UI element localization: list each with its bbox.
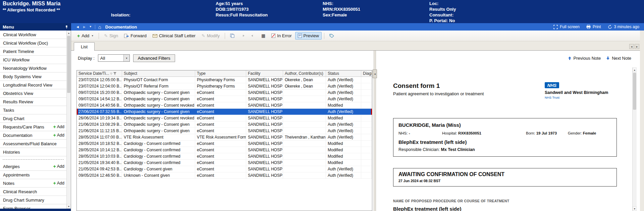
column-header-diagnosis[interactable]: Diagnosis — [361, 70, 372, 76]
add-button[interactable]: + Add ▼ — [74, 32, 96, 40]
next-note-button[interactable]: Next Note — [606, 56, 631, 61]
route-forward-button[interactable] — [238, 33, 248, 39]
document-row[interactable]: 27/06/2024 07:32:55 B... Orthopaedic sur… — [77, 109, 372, 115]
document-row[interactable]: 09/07/2024 14:54:12 B... Orthopaedic sur… — [77, 96, 372, 102]
sidebar-add-button[interactable]: +Add — [53, 181, 64, 186]
document-row[interactable]: 23/07/2024 12:04:00 B... Physio/OT Refer… — [77, 83, 372, 90]
previous-note-button[interactable]: Previous Note — [568, 56, 601, 61]
forward-button[interactable]: Forward — [121, 32, 149, 40]
sidebar-item-label: Appointments — [3, 172, 30, 177]
column-header-service-date[interactable]: Service Date/Ti... ▽ — [77, 70, 122, 76]
print-button[interactable]: Print — [586, 24, 601, 29]
document-row[interactable]: 28/05/2024 10:18:52 B... Cardiology - Co… — [77, 141, 372, 147]
filter-row: Display : All ▼ Advanced Filters — [71, 51, 374, 65]
scrollbar-thumb[interactable] — [67, 36, 70, 93]
pin-icon[interactable] — [65, 25, 68, 29]
document-row[interactable]: 28/05/2024 11:07:00 B... VTE Risk Assess… — [77, 134, 372, 141]
clinical-staff-letter-button[interactable]: Clinical Staff Letter — [150, 32, 198, 40]
tab-scroll-arrows: ◂ ▸ — [629, 44, 639, 49]
tab-scroll-right-icon[interactable]: ▸ — [635, 44, 639, 49]
document-row[interactable]: 23/07/2024 12:05:00 B... Physio/OT Conta… — [77, 77, 372, 83]
sidebar-item[interactable]: Results Review — [0, 98, 66, 106]
home-icon[interactable]: ⌂ — [98, 24, 101, 30]
column-header-facility[interactable]: Facility — [246, 70, 283, 76]
scroll-down-icon[interactable]: ▼ — [633, 206, 637, 211]
in-error-icon — [271, 34, 275, 38]
cell-diagnosis — [361, 121, 372, 127]
forward-icon[interactable]: ► — [83, 25, 86, 29]
modify-label: Modify — [207, 33, 220, 38]
sidebar-item[interactable]: ICU Workflow — [0, 56, 66, 64]
preview-button[interactable]: Preview — [295, 32, 322, 40]
cell-diagnosis — [361, 160, 372, 166]
document-row[interactable]: 21/05/2024 19:34:40 B... Cardiology - Co… — [77, 160, 372, 166]
preview-scrollbar[interactable]: ▲ ▼ — [632, 67, 637, 211]
recent-views-dropdown-icon[interactable]: ▼ — [89, 25, 92, 28]
tag-icon — [329, 34, 334, 38]
sidebar-item[interactable]: Drug Chart — [0, 114, 66, 123]
sidebar-add-button[interactable]: +Add — [53, 124, 64, 129]
refresh-button[interactable]: 3 minutes ago — [608, 24, 639, 29]
copy-button[interactable] — [227, 32, 237, 39]
document-row[interactable]: 09/07/2024 15:20:00 B... Orthopaedic sur… — [77, 90, 372, 96]
sidebar-item[interactable]: Histories — [0, 148, 66, 156]
menu-header[interactable]: Menu — [0, 23, 71, 31]
back-icon[interactable]: ◄ — [76, 25, 79, 29]
document-row[interactable]: 28/05/2024 10:14:12 B... Cardiology - Co… — [77, 147, 372, 153]
sidebar-item[interactable]: Patient Timeline — [0, 47, 66, 56]
collapse-left-icon[interactable]: ◂ — [373, 69, 377, 78]
sign-button[interactable]: ✎ Sign — [101, 32, 121, 40]
route-back-button[interactable] — [248, 33, 258, 39]
advanced-filters-button[interactable]: Advanced Filters — [133, 54, 175, 62]
sidebar-item[interactable]: Assessments/Fluid Balance — [0, 140, 66, 148]
sidebar-item[interactable]: Longitudinal Record View — [0, 81, 66, 89]
document-row[interactable]: 28/05/2024 10:10:03 B... Cardiology - Co… — [77, 153, 372, 160]
scroll-up-icon[interactable]: ▲ — [67, 31, 71, 35]
panel-splitter[interactable]: ◂ — [374, 51, 376, 211]
sidebar-scrollbar[interactable]: ▲ ▼ — [66, 31, 71, 209]
cell-status: Modified — [326, 160, 361, 166]
sidebar-item[interactable]: Notes +Add — [0, 179, 66, 188]
sidebar-item[interactable]: Drug Chart Summary — [0, 196, 66, 204]
sidebar-item[interactable]: Clinical Workflow — [0, 31, 66, 39]
sidebar-item[interactable]: Clinical Research — [0, 188, 66, 196]
sidebar-add-button[interactable]: +Add — [53, 133, 64, 138]
add-label: Add — [82, 33, 89, 38]
column-header-subject[interactable]: Subject — [122, 70, 195, 76]
fullscreen-button[interactable]: Full screen — [553, 24, 580, 29]
modify-button[interactable]: ✎ Modify — [199, 32, 222, 40]
sidebar-item[interactable]: Body Systems View — [0, 72, 66, 81]
sidebar-item[interactable]: Allergies +Add — [0, 162, 66, 171]
tab-scroll-left-icon[interactable]: ◂ — [629, 44, 634, 49]
cell-author — [283, 153, 326, 159]
grid-view-button[interactable]: ▦ — [259, 32, 268, 39]
toolbar-separator — [99, 33, 99, 39]
column-header-author[interactable]: Author, Contributor(s) — [283, 70, 326, 76]
cell-status: Modified — [326, 147, 361, 153]
document-row[interactable]: 21/06/2024 13:08:29 B... Orthopaedic sur… — [77, 121, 372, 128]
scrollbar-thumb[interactable] — [633, 73, 636, 110]
document-row[interactable]: 09/05/2024 12:46:50 B... Unknown - Conse… — [77, 172, 372, 179]
column-header-status[interactable]: Status — [326, 70, 361, 76]
sidebar-add-button[interactable]: +Add — [53, 164, 64, 169]
column-header-type[interactable]: Type — [195, 70, 246, 76]
tab-list[interactable]: List — [74, 42, 95, 51]
preview-demographics: NHS: - Hospital: RXK8350051 Born: 19 Jul… — [398, 131, 611, 135]
sidebar-item[interactable]: Clinical Workflow (Doc) — [0, 39, 66, 47]
document-row[interactable]: 09/07/2024 14:40:56 B... Orthopaedic sur… — [77, 102, 372, 109]
document-row[interactable]: 21/05/2024 09:42:53 B... Cardiology - Co… — [77, 166, 372, 172]
scroll-down-icon[interactable]: ▼ — [67, 204, 71, 209]
sidebar-item[interactable]: Neonatology Workflow — [0, 64, 66, 72]
sidebar-item[interactable]: Documentation +Add — [0, 131, 66, 140]
sidebar-item[interactable]: Appointments — [0, 171, 66, 179]
sidebar-item[interactable]: Requests/Care Plans +Add — [0, 123, 66, 131]
sidebar-item[interactable]: Obstetrics View — [0, 89, 66, 98]
tag-button[interactable] — [327, 33, 337, 39]
in-error-button[interactable]: In Error — [269, 32, 294, 40]
document-row[interactable]: 26/06/2024 10:19:34 B... Orthopaedic sur… — [77, 115, 372, 121]
sidebar-item[interactable]: Tasks — [0, 106, 66, 114]
scroll-up-icon[interactable]: ▲ — [633, 67, 637, 72]
sort-icon[interactable]: ▽ — [110, 72, 112, 75]
display-select[interactable]: All ▼ — [98, 54, 130, 62]
document-row[interactable]: 21/06/2024 11:12:15 B... Orthopaedic sur… — [77, 128, 372, 134]
